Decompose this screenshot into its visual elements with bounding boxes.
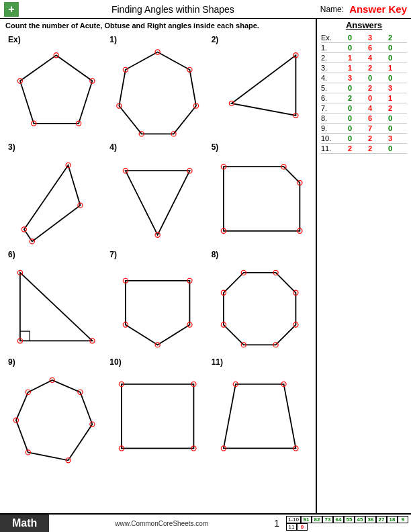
shape-area-1 — [109, 46, 205, 142]
stat-9: 9 — [398, 516, 408, 523]
answer-label-4: 4. — [321, 74, 340, 82]
answer-row-2: 2.140 — [321, 53, 407, 63]
answer-val-1-0: 0 — [340, 44, 360, 52]
answer-val-3-0: 1 — [340, 64, 360, 72]
shape-cell-3: 3) — [5, 140, 107, 247]
shape-area-9 — [8, 368, 104, 472]
shape-cell-7: 7) — [107, 247, 208, 355]
answer-val-2-0: 1 — [340, 54, 360, 62]
answer-val-2-1: 4 — [360, 54, 380, 62]
svg-marker-43 — [224, 273, 295, 345]
answer-label-3: 3. — [321, 64, 340, 72]
cell-label-3: 3) — [8, 142, 104, 152]
svg-marker-6 — [120, 52, 197, 134]
answer-label-0: Ex. — [321, 34, 340, 42]
cell-label-ex: Ex) — [8, 35, 104, 44]
answer-row-7: 7.042 — [321, 103, 407, 114]
footer-url: www.CommonCoreSheets.com — [56, 520, 267, 527]
stats-top-row: 1-10 91 82 73 64 55 45 36 27 18 9 — [286, 516, 408, 523]
answer-row-0: Ex.032 — [321, 33, 407, 43]
answer-val-7-0: 0 — [340, 104, 360, 112]
answer-row-9: 9.070 — [321, 124, 407, 134]
cell-label-8: 8) — [212, 250, 308, 259]
svg-marker-27 — [224, 167, 300, 231]
answer-row-5: 5.023 — [321, 83, 407, 93]
shape-cell-5: 5) — [209, 140, 310, 247]
footer-stats: 1-10 91 82 73 64 55 45 36 27 18 9 11 0 — [286, 516, 408, 531]
instructions: Count the number of Acute, Obtuse and Ri… — [5, 21, 310, 30]
answer-label-10: 10. — [321, 134, 340, 142]
shape-area-3 — [8, 153, 104, 257]
page-title: Finding Angles within Shapes — [26, 4, 320, 15]
shape-cell-6: 6) — [5, 247, 107, 355]
stat-82: 82 — [312, 516, 322, 523]
answer-label-8: 8. — [321, 114, 340, 122]
answer-row-3: 3.121 — [321, 63, 407, 73]
answer-val-6-2: 1 — [380, 94, 400, 102]
stat-18: 18 — [387, 516, 398, 523]
answer-val-11-2: 0 — [380, 144, 400, 152]
answer-val-1-2: 0 — [380, 44, 400, 52]
answer-row-6: 6.201 — [321, 93, 407, 103]
answer-row-11: 11.220 — [321, 144, 407, 154]
stat-0: 0 — [297, 523, 308, 531]
shape-area-7 — [109, 261, 205, 357]
answer-val-9-0: 0 — [340, 124, 360, 132]
shape-area-10 — [109, 368, 205, 464]
answer-val-8-0: 0 — [340, 114, 360, 122]
answer-val-11-0: 2 — [340, 144, 360, 152]
cell-label-9: 9) — [8, 357, 104, 367]
answer-label-1: 1. — [321, 44, 340, 52]
cell-label-7: 7) — [109, 250, 205, 259]
answer-val-10-1: 2 — [360, 134, 380, 142]
page-number: 1 — [274, 518, 279, 529]
stat-73: 73 — [322, 516, 333, 523]
cell-label-10: 10) — [109, 357, 205, 367]
shape-cell-10: 10) — [107, 355, 208, 462]
stat-total: 11 — [286, 523, 297, 531]
header: + Finding Angles within Shapes Name: Ans… — [0, 0, 411, 19]
answer-val-0-1: 3 — [360, 34, 380, 42]
cell-label-5: 5) — [212, 142, 308, 152]
answer-val-10-2: 3 — [380, 134, 400, 142]
name-label: Name: — [320, 5, 344, 14]
answer-val-0-2: 2 — [380, 34, 400, 42]
answer-key-label: Answer Key — [349, 3, 407, 15]
cell-label-6: 6) — [8, 250, 104, 259]
answer-val-5-1: 2 — [360, 84, 380, 92]
answer-val-5-0: 0 — [340, 84, 360, 92]
main-container: Count the number of Acute, Obtuse and Ri… — [0, 19, 411, 513]
shape-area-5 — [212, 153, 308, 245]
answer-val-0-0: 0 — [340, 34, 360, 42]
answer-label-7: 7. — [321, 104, 340, 112]
answer-val-6-1: 0 — [360, 94, 380, 102]
answer-val-4-0: 3 — [340, 74, 360, 82]
answer-row-8: 8.060 — [321, 114, 407, 124]
stat-91: 91 — [301, 516, 312, 523]
svg-marker-52 — [16, 380, 92, 460]
shape-cell-4: 4) — [107, 140, 208, 247]
answer-row-1: 1.060 — [321, 43, 407, 53]
svg-marker-33 — [20, 273, 92, 341]
answer-val-9-1: 7 — [360, 124, 380, 132]
shape-area-ex — [8, 46, 104, 137]
svg-marker-65 — [224, 384, 295, 449]
shape-area-11 — [212, 368, 308, 464]
answer-val-9-2: 0 — [380, 124, 400, 132]
stats-bot-row: 11 0 — [286, 523, 408, 531]
math-label: Math — [0, 515, 49, 532]
stat-27: 27 — [376, 516, 387, 523]
shape-cell-9: 9) — [5, 355, 107, 462]
stat-55: 55 — [344, 516, 355, 523]
svg-marker-0 — [20, 55, 92, 124]
stat-range: 1-10 — [286, 516, 301, 523]
answer-panel: Answers Ex.0321.0602.1403.1214.3005.0236… — [317, 19, 411, 513]
answers-title: Answers — [321, 20, 407, 30]
svg-marker-37 — [126, 281, 190, 345]
answer-val-3-1: 2 — [360, 64, 380, 72]
answer-val-4-1: 0 — [360, 74, 380, 82]
answers-container: Ex.0321.0602.1403.1214.3005.0236.2017.04… — [321, 33, 407, 154]
answer-label-11: 11. — [321, 144, 340, 152]
answer-val-2-2: 0 — [380, 54, 400, 62]
stat-45: 45 — [355, 516, 365, 523]
